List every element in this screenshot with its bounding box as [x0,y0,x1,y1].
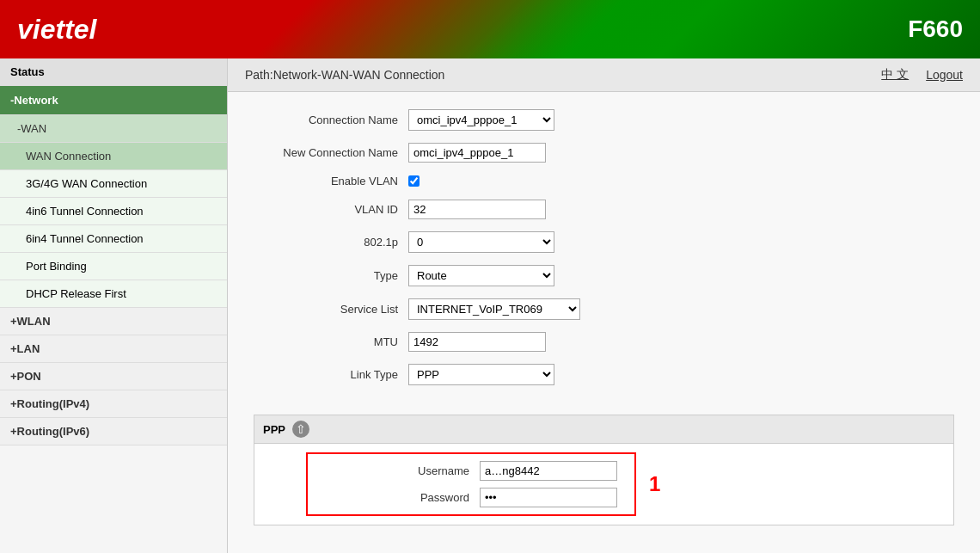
language-link[interactable]: 中 文 [881,67,909,83]
path-bar: Path:Network-WAN-WAN Connection 中 文 Logo… [228,58,980,92]
main-content: Path:Network-WAN-WAN Connection 中 文 Logo… [228,58,980,553]
username-row: Username [325,461,617,481]
breadcrumb: Path:Network-WAN-WAN Connection [245,68,444,82]
layout: Status -Network -WAN WAN Connection 3G/4… [0,58,980,553]
type-select[interactable]: Route [408,265,554,286]
mtu-input[interactable] [408,332,546,352]
link-type-select[interactable]: PPP [408,364,554,385]
annotation-1: 1 [649,472,660,496]
username-input[interactable] [480,461,617,481]
ppp-collapse-button[interactable]: ⇧ [292,421,309,438]
password-input[interactable] [480,488,617,507]
password-label: Password [325,491,480,504]
sidebar-item-pon[interactable]: +PON [0,363,227,390]
logout-link[interactable]: Logout [926,68,963,82]
path-actions: 中 文 Logout [881,67,963,83]
enable-vlan-row: Enable VLAN [254,175,954,187]
ppp-body: Username Password 1 [254,444,953,525]
new-connection-name-input[interactable] [408,143,546,163]
enable-vlan-checkbox[interactable] [408,175,420,187]
connection-name-label: Connection Name [254,114,408,126]
sidebar-item-port-binding[interactable]: Port Binding [0,253,227,280]
new-connection-name-row: New Connection Name [254,143,954,163]
sidebar-item-6in4[interactable]: 6in4 Tunnel Connection [0,225,227,253]
sidebar-item-routing-ipv6[interactable]: +Routing(IPv6) [0,418,227,445]
service-list-select[interactable]: INTERNET_VoIP_TR069 [408,298,580,320]
connection-name-row: Connection Name omci_ipv4_pppoe_1 [254,109,954,131]
sidebar-item-wan[interactable]: -WAN [0,115,227,143]
dot1p-label: 802.1p [254,236,408,249]
ppp-label: PPP [263,423,285,436]
service-list-row: Service List INTERNET_VoIP_TR069 [254,298,954,320]
sidebar-item-dhcp-release[interactable]: DHCP Release First [0,280,227,308]
sidebar-item-4in6[interactable]: 4in6 Tunnel Connection [0,198,227,225]
sidebar: Status -Network -WAN WAN Connection 3G/4… [0,58,228,553]
username-label: Username [325,464,480,477]
type-row: Type Route [254,265,954,286]
sidebar-item-lan[interactable]: +LAN [0,335,227,363]
ppp-credentials-box: Username Password [306,452,636,516]
dot1p-select[interactable]: 0 [408,231,554,253]
mtu-label: MTU [254,335,408,348]
link-type-row: Link Type PPP [254,364,954,385]
ppp-section: PPP ⇧ Username Password 1 [254,415,954,525]
dot1p-row: 802.1p 0 [254,231,954,253]
link-type-label: Link Type [254,368,408,381]
logo: viettel [17,14,96,46]
sidebar-item-wan-connection[interactable]: WAN Connection [0,143,227,170]
form-area: Connection Name omci_ipv4_pppoe_1 New Co… [228,92,980,415]
sidebar-item-status[interactable]: Status [0,58,227,86]
vlan-id-row: VLAN ID [254,200,954,219]
vlan-id-input[interactable] [408,200,546,219]
sidebar-item-network[interactable]: -Network [0,86,227,115]
header: viettel F660 [0,0,980,58]
mtu-row: MTU [254,332,954,352]
password-row: Password [325,488,617,507]
sidebar-item-wlan[interactable]: +WLAN [0,308,227,335]
new-connection-name-label: New Connection Name [254,146,408,159]
type-label: Type [254,269,408,282]
ppp-header: PPP ⇧ [254,415,953,444]
connection-name-select[interactable]: omci_ipv4_pppoe_1 [408,109,554,131]
sidebar-item-3g4g[interactable]: 3G/4G WAN Connection [0,170,227,198]
service-list-label: Service List [254,303,408,316]
enable-vlan-label: Enable VLAN [254,175,408,187]
model-name: F660 [908,15,963,43]
vlan-id-label: VLAN ID [254,203,408,216]
sidebar-item-routing-ipv4[interactable]: +Routing(IPv4) [0,390,227,418]
